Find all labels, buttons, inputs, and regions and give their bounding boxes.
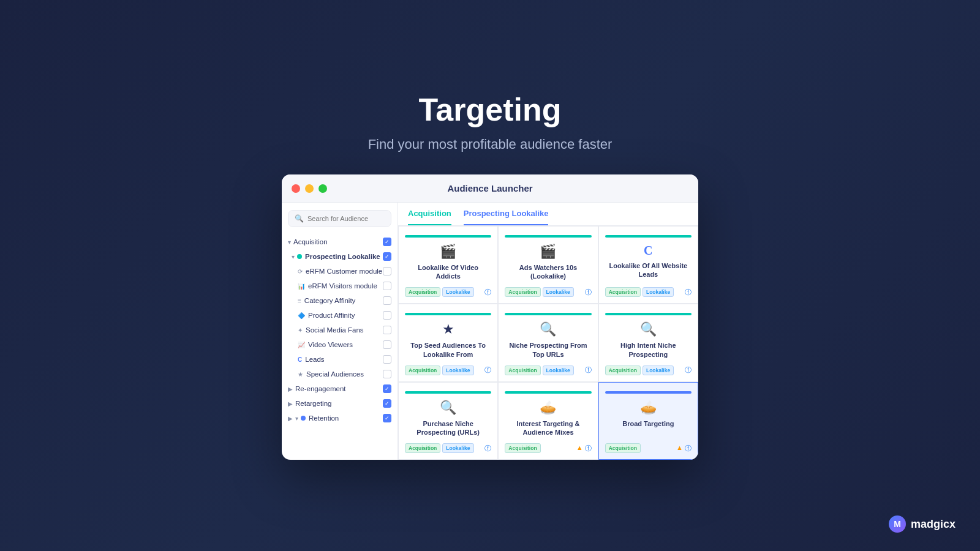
card-icon-search: 🔍 — [540, 321, 556, 337]
sidebar-check-special-audiences[interactable] — [383, 370, 391, 378]
tab-bar: Acquisition Prospecting Lookalike — [398, 203, 698, 226]
page-title: Targeting — [418, 91, 561, 128]
module-icon: ⟳ — [298, 268, 303, 275]
card-lookalike-leads[interactable]: C Lookalike Of All Website Leads Acquisi… — [598, 226, 698, 304]
tag-acquisition: Acquisition — [405, 287, 440, 297]
sidebar-item-prospecting-lookalike[interactable]: ▾ Prospecting Lookalike — [282, 249, 398, 264]
card-icon-star: ★ — [442, 321, 454, 337]
sidebar-item-re-engagement[interactable]: ▶ Re-engagement — [282, 381, 398, 396]
search-input[interactable] — [307, 215, 385, 222]
card-color-bar — [505, 235, 591, 238]
card-title: High Intent Niche Prospecting — [605, 341, 692, 359]
card-footer: Acquisition ▲ ⓕ — [505, 443, 591, 453]
tab-prospecting[interactable]: Prospecting Lookalike — [464, 209, 549, 225]
search-box[interactable]: 🔍 — [288, 210, 391, 227]
sidebar-check-retargeting[interactable] — [383, 399, 391, 408]
card-broad-targeting[interactable]: 🥧 Broad Targeting Acquisition ▲ ⓕ — [598, 382, 698, 460]
module-icon: ✦ — [298, 327, 303, 334]
sidebar-check-acquisition[interactable] — [383, 238, 391, 246]
facebook-icon: ⓕ — [585, 444, 592, 453]
sidebar-check-category-affinity[interactable] — [383, 296, 391, 305]
card-tags: Acquisition Lookalike — [605, 365, 674, 375]
card-footer: Acquisition Lookalike ⓕ — [605, 365, 692, 375]
cards-grid: 🎬 Lookalike Of Video Addicts Acquisition… — [398, 226, 698, 460]
sidebar-item-product-affinity[interactable]: 🔷 Product Affinity — [282, 308, 398, 323]
chevron-icon: ▾ — [288, 239, 291, 246]
card-footer: Acquisition Lookalike ⓕ — [405, 287, 491, 297]
card-title: Interest Targeting & Audience Mixes — [505, 419, 591, 437]
search-icon: 🔍 — [295, 214, 304, 223]
chevron-icon-2: ▾ — [295, 415, 298, 422]
sidebar-check-prospecting[interactable] — [383, 252, 391, 261]
platform-icons: ⓕ — [685, 288, 692, 297]
sidebar: 🔍 ▾ Acquisition ▾ Prospecting Lookalike … — [282, 203, 398, 460]
sidebar-check-social-media-fans[interactable] — [383, 326, 391, 334]
card-footer: Acquisition Lookalike ⓕ — [405, 443, 491, 453]
sidebar-item-acquisition[interactable]: ▾ Acquisition — [282, 234, 398, 249]
platform-icons: ▲ ⓕ — [676, 444, 692, 453]
tag-acquisition: Acquisition — [605, 365, 641, 375]
card-icon-ads: 🎬 — [540, 244, 556, 260]
tag-lookalike: Lookalike — [643, 365, 674, 375]
sidebar-item-leads[interactable]: C Leads — [282, 352, 398, 367]
sidebar-item-label: eRFM Visitors module — [308, 282, 377, 290]
sidebar-check-product-affinity[interactable] — [383, 311, 391, 320]
card-icon-search: 🔍 — [440, 400, 456, 416]
chevron-icon: ▶ — [288, 386, 293, 392]
card-icon-search: 🔍 — [640, 321, 657, 337]
sidebar-item-label: Retargeting — [295, 400, 331, 407]
sidebar-item-label: Video Viewers — [308, 341, 353, 348]
module-icon: ≡ — [298, 298, 301, 304]
sidebar-check-leads[interactable] — [383, 355, 391, 364]
card-footer: Acquisition ▲ ⓕ — [605, 443, 692, 453]
card-niche-prospecting[interactable]: 🔍 Niche Prospecting From Top URLs Acquis… — [498, 304, 598, 381]
sidebar-item-video-viewers[interactable]: 📈 Video Viewers — [282, 337, 398, 352]
facebook-icon: ⓕ — [585, 288, 592, 297]
facebook-icon: ⓕ — [685, 444, 692, 453]
module-icon: C — [298, 356, 302, 363]
card-purchase-niche[interactable]: 🔍 Purchase Niche Prospecting (URLs) Acqu… — [398, 382, 498, 460]
window-title: Audience Launcher — [447, 183, 532, 193]
card-footer: Acquisition Lookalike ⓕ — [505, 365, 591, 375]
traffic-lights — [292, 184, 327, 193]
card-tags: Acquisition — [605, 443, 641, 453]
sidebar-item-erfm-customer[interactable]: ⟳ eRFM Customer module — [282, 264, 398, 279]
madgicx-logo-text: madgicx — [911, 518, 956, 531]
chevron-icon: ▶ — [288, 400, 293, 407]
sidebar-check-video-viewers[interactable] — [383, 340, 391, 349]
card-interest-targeting[interactable]: 🥧 Interest Targeting & Audience Mixes Ac… — [498, 382, 598, 460]
sidebar-item-category-affinity[interactable]: ≡ Category Affinity — [282, 293, 398, 308]
sidebar-item-retention[interactable]: ▶ ▾ Retention — [282, 411, 398, 425]
sidebar-check-retention[interactable] — [383, 414, 391, 422]
sidebar-item-retargeting[interactable]: ▶ Retargeting — [282, 396, 398, 411]
madgicx-logo-icon: M — [889, 515, 906, 533]
sidebar-check-re-engagement[interactable] — [383, 384, 391, 393]
page-subtitle: Find your most profitable audience faste… — [368, 137, 612, 152]
card-color-bar — [505, 391, 591, 394]
card-high-intent-niche[interactable]: 🔍 High Intent Niche Prospecting Acquisit… — [598, 304, 698, 381]
sidebar-item-label: Social Media Fans — [306, 326, 364, 334]
tab-acquisition[interactable]: Acquisition — [408, 209, 451, 225]
card-title: Top Seed Audiences To Lookalike From — [405, 341, 491, 359]
tag-acquisition: Acquisition — [505, 365, 540, 375]
card-title: Purchase Niche Prospecting (URLs) — [405, 419, 491, 437]
card-lookalike-video[interactable]: 🎬 Lookalike Of Video Addicts Acquisition… — [398, 226, 498, 304]
sidebar-item-label: Acquisition — [293, 238, 328, 246]
card-color-bar — [405, 235, 491, 238]
card-color-bar — [605, 391, 692, 394]
sidebar-check-erfm-visitors[interactable] — [383, 282, 391, 290]
card-title: Broad Targeting — [622, 419, 674, 428]
sidebar-item-social-media-fans[interactable]: ✦ Social Media Fans — [282, 323, 398, 337]
module-icon: 🔷 — [298, 312, 305, 319]
sidebar-check-erfm-customer[interactable] — [383, 267, 391, 276]
card-color-bar — [505, 313, 591, 315]
sidebar-item-label: Re-engagement — [295, 385, 345, 392]
card-ads-watchers[interactable]: 🎬 Ads Watchers 10s (Lookalike) Acquisiti… — [498, 226, 598, 304]
card-icon-leads: C — [644, 244, 652, 258]
card-top-seed[interactable]: ★ Top Seed Audiences To Lookalike From A… — [398, 304, 498, 381]
facebook-icon: ⓕ — [484, 365, 491, 375]
sidebar-item-special-audiences[interactable]: ★ Special Audiences — [282, 367, 398, 381]
sidebar-item-erfm-visitors[interactable]: 📊 eRFM Visitors module — [282, 279, 398, 293]
card-color-bar — [405, 313, 491, 315]
card-icon-video: 🎬 — [440, 244, 456, 260]
